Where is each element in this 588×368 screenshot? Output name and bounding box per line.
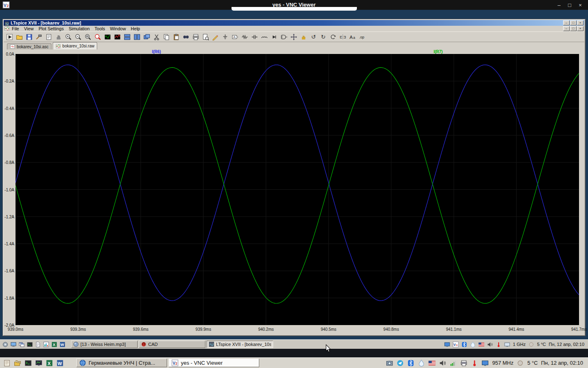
close-button[interactable]: × xyxy=(577,20,584,25)
chart-icon[interactable] xyxy=(42,341,50,348)
us-flag-tray-icon[interactable] xyxy=(478,341,485,348)
plot-settings-button[interactable] xyxy=(113,32,122,41)
us-flag-tray-icon[interactable] xyxy=(428,359,437,367)
task-vnc[interactable]: V2yes - VNC Viewer xyxy=(169,359,259,367)
trace-label-I(R6)[interactable]: I(R6) xyxy=(152,49,161,54)
minimize-button[interactable]: – xyxy=(554,0,564,10)
maximize-button[interactable]: □ xyxy=(564,0,575,10)
close-button[interactable]: × xyxy=(575,0,586,10)
display-tray-icon[interactable] xyxy=(443,341,451,348)
volume-tray-icon[interactable] xyxy=(438,359,447,367)
printer-tray-icon[interactable] xyxy=(459,359,468,367)
autorange-button[interactable] xyxy=(103,32,112,41)
cut-button[interactable] xyxy=(152,32,161,41)
volume-tray-icon[interactable] xyxy=(486,341,494,348)
terminal-icon[interactable] xyxy=(24,359,33,367)
clock[interactable]: Пн, 12 апр, 02:10 xyxy=(548,342,585,347)
halt-button[interactable] xyxy=(54,32,63,41)
document-icon[interactable] xyxy=(34,341,42,348)
tile-horizontal-button[interactable] xyxy=(132,32,142,41)
inductor-button[interactable] xyxy=(260,32,269,41)
open-button[interactable] xyxy=(15,32,24,41)
folders-icon[interactable] xyxy=(13,359,22,367)
save-button[interactable] xyxy=(24,32,34,41)
display-tray-icon[interactable] xyxy=(481,359,490,367)
wire-button[interactable] xyxy=(211,32,220,41)
resistor-button[interactable] xyxy=(240,32,249,41)
excel-icon[interactable]: X xyxy=(51,341,58,348)
print-preview-button[interactable] xyxy=(201,32,210,41)
word-icon[interactable]: W xyxy=(56,359,65,367)
find-button[interactable] xyxy=(181,32,191,41)
trace-I(R7)[interactable] xyxy=(16,67,579,303)
trace-I(R6)[interactable] xyxy=(16,65,579,301)
copy-button[interactable] xyxy=(162,32,171,41)
zoom-area-button[interactable] xyxy=(93,32,102,41)
close-button[interactable]: × xyxy=(577,26,584,31)
tab-bokarev_10si.raw[interactable]: bokarev_10si.raw xyxy=(53,42,97,49)
network-tray-icon[interactable] xyxy=(503,341,511,348)
task-ltspice[interactable]: LTspice XVII - [bokarev_10s... xyxy=(207,341,273,348)
tile-vertical-button[interactable] xyxy=(122,32,132,41)
signal-tray-icon[interactable] xyxy=(449,359,458,367)
text-button[interactable]: Aa xyxy=(348,32,357,41)
redo-button[interactable]: ↻ xyxy=(318,32,328,41)
terminal-icon[interactable] xyxy=(26,341,33,348)
ground-button[interactable] xyxy=(220,32,230,41)
menu-simulation[interactable]: Simulation xyxy=(66,26,92,31)
drag-button[interactable] xyxy=(299,32,308,41)
minimize-button[interactable]: – xyxy=(563,26,570,31)
control-panel-button[interactable] xyxy=(34,32,44,41)
spice-directive-button[interactable]: .op xyxy=(358,32,367,41)
capacitor-button[interactable] xyxy=(250,32,259,41)
task-cad[interactable]: CAD xyxy=(139,341,205,348)
waveform-traces[interactable] xyxy=(16,54,579,325)
print-button[interactable] xyxy=(191,32,200,41)
bluetooth-tray-icon[interactable] xyxy=(461,341,468,348)
maximize-button[interactable]: □ xyxy=(570,20,577,25)
component-button[interactable] xyxy=(279,32,289,41)
menu-file[interactable]: File xyxy=(9,26,22,31)
task-player[interactable]: [13 - Weiss Heim.mp3] xyxy=(71,341,138,348)
tab-bokarev_10si.asc[interactable]: bokarev_10si.asc xyxy=(7,43,51,49)
telegram-tray-icon[interactable] xyxy=(396,359,405,367)
netlist-button[interactable] xyxy=(44,32,53,41)
maximize-button[interactable]: □ xyxy=(570,26,577,31)
menu-help[interactable]: Help xyxy=(128,26,143,31)
ltspice-titlebar[interactable]: LTspice XVII - [bokarev_10si.raw] –□× xyxy=(4,20,584,26)
monitor-icon[interactable] xyxy=(34,359,43,367)
start-icon[interactable] xyxy=(2,341,9,348)
screenshot-tray-icon[interactable] xyxy=(385,359,394,367)
zoom-out-button[interactable] xyxy=(74,32,83,41)
cascade-button[interactable] xyxy=(142,32,151,41)
zoom-in-button[interactable] xyxy=(64,32,73,41)
menu-window[interactable]: Window xyxy=(107,26,128,31)
menu-view[interactable]: View xyxy=(22,26,36,31)
vnc-server-tray-icon[interactable]: Va xyxy=(452,341,459,348)
run-button[interactable] xyxy=(5,32,14,41)
minimize-button[interactable]: – xyxy=(563,20,570,25)
menu-tools[interactable]: Tools xyxy=(92,26,108,31)
zoom-full-button[interactable] xyxy=(83,32,93,41)
label-button[interactable]: A xyxy=(230,32,240,41)
bluetooth-tray-icon[interactable] xyxy=(406,359,415,367)
notes-icon[interactable] xyxy=(2,359,11,367)
rotate-button[interactable] xyxy=(328,32,338,41)
vnc-toolbar-handle[interactable] xyxy=(232,7,357,11)
excel-icon[interactable]: X xyxy=(45,359,54,367)
thermo-red-tray-icon[interactable] xyxy=(495,341,502,348)
move-button[interactable] xyxy=(289,32,298,41)
undo-button[interactable]: ↺ xyxy=(309,32,318,41)
thermo-red-tray-icon[interactable] xyxy=(470,359,479,367)
mirror-button[interactable]: EƎ xyxy=(338,32,347,41)
drop-tray-icon[interactable] xyxy=(469,341,477,348)
menu-plot-settings[interactable]: Plot Settings xyxy=(36,26,66,31)
waveform-plot[interactable] xyxy=(16,54,579,325)
paste-button[interactable] xyxy=(172,32,181,41)
windows-icon[interactable] xyxy=(18,341,25,348)
task-globe[interactable]: Германиевые УНЧ | Стра... xyxy=(76,359,167,367)
trace-label-I(R7)[interactable]: I(R7) xyxy=(434,49,443,54)
desktop-icon[interactable] xyxy=(10,341,17,348)
drop-tray-icon[interactable] xyxy=(417,359,426,367)
word-icon[interactable]: W xyxy=(59,341,66,348)
